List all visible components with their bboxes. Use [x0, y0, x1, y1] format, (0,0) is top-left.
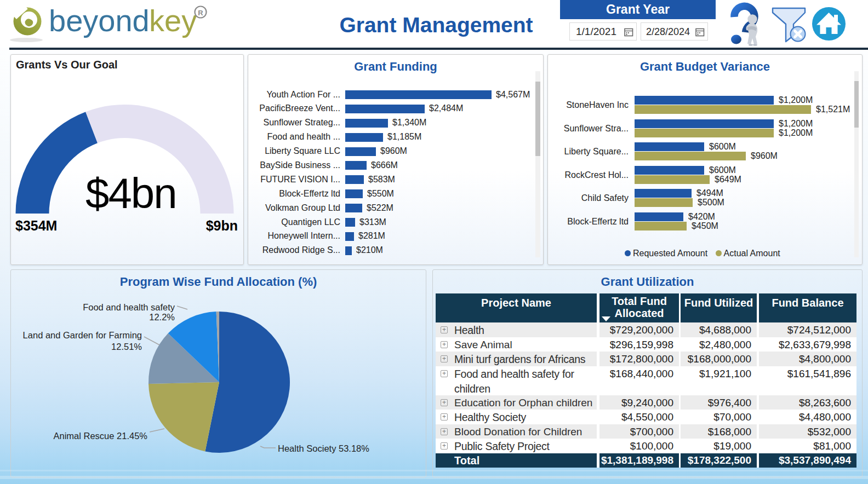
svg-text:beyond: beyond	[49, 3, 150, 38]
svg-text:key: key	[149, 3, 197, 38]
svg-text:R: R	[198, 9, 203, 17]
